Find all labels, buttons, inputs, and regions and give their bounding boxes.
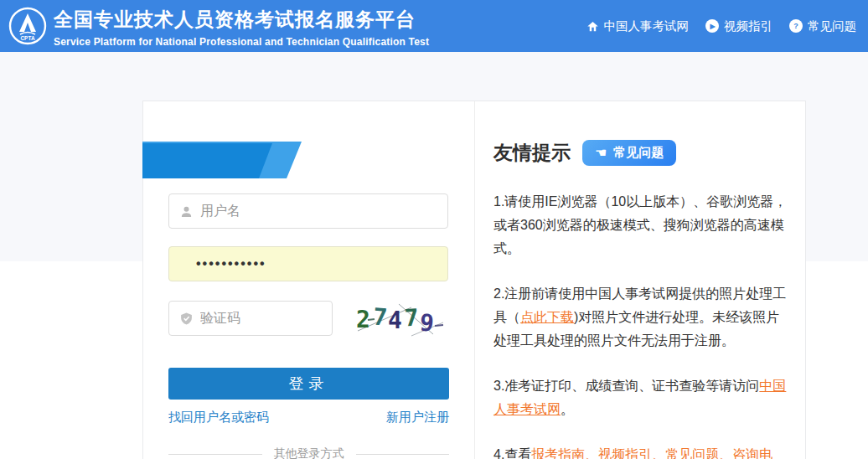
tips-title: 友情提示	[493, 140, 571, 166]
tip-item-2: 2.注册前请使用中国人事考试网提供的照片处理工具（点此下载)对照片文件进行处理。…	[493, 282, 788, 353]
other-login-divider: 其他登录方式	[168, 446, 449, 459]
captcha-digit: 7	[404, 304, 420, 333]
cpta-logo-icon: CPTA	[8, 6, 48, 46]
tip-text: 。	[561, 402, 574, 416]
password-input[interactable]	[196, 256, 447, 271]
username-field[interactable]	[168, 193, 448, 229]
faq-button[interactable]: ☚ 常见问题	[582, 140, 676, 166]
tip-separator: 、	[719, 447, 732, 459]
tip-item-3: 3.准考证打印、成绩查询、证书查验等请访问中国人事考试网。	[493, 374, 788, 421]
captcha-image[interactable]: 2 7 4 7 9	[353, 297, 447, 339]
captcha-digit: 4	[388, 307, 402, 334]
register-link[interactable]: 新用户注册	[386, 410, 449, 425]
tip-separator: 、	[652, 447, 665, 459]
tip-text: 4.查看	[493, 447, 531, 459]
captcha-digit: 9	[419, 308, 436, 337]
home-icon	[586, 20, 599, 33]
tips-header: 友情提示 ☚ 常见问题	[493, 140, 676, 166]
other-login-label: 其他登录方式	[262, 446, 356, 459]
tip-item-4: 4.查看报考指南、视频指引、常见问题、咨询电话。	[493, 443, 788, 459]
nav-link-label: 常见问题	[808, 18, 856, 34]
video-guide-link[interactable]: 视频指引	[598, 447, 652, 459]
nav-link-label: 视频指引	[724, 18, 772, 34]
divider-line	[168, 454, 262, 455]
header-nav: 中国人事考试网 ▶ 视频指引 ? 常见问题	[586, 0, 857, 52]
main-card: 考生登录	[142, 101, 806, 459]
captcha-digit: 7	[372, 302, 388, 331]
login-button[interactable]: 登录	[168, 368, 449, 400]
login-panel-ribbon	[142, 142, 310, 178]
site-title-block: 全国专业技术人员资格考试报名服务平台 Service Platform for …	[54, 7, 429, 48]
captcha-input[interactable]	[200, 311, 332, 326]
nav-link-faq[interactable]: ? 常见问题	[789, 18, 856, 34]
pointing-finger-icon: ☚	[595, 145, 607, 161]
logo-text: CPTA	[20, 35, 35, 41]
faq-button-label: 常见问题	[613, 145, 664, 161]
site-title: 全国专业技术人员资格考试报名服务平台	[54, 7, 429, 33]
nav-link-label: 中国人事考试网	[604, 18, 690, 34]
play-icon: ▶	[705, 19, 719, 33]
nav-link-cpta-site[interactable]: 中国人事考试网	[586, 18, 690, 34]
tips-list: 1.请使用IE浏览器（10以上版本）、谷歌浏览器，或者360浏览器的极速模式、搜…	[493, 190, 788, 459]
panel-divider	[474, 101, 475, 459]
tip-separator: 、	[585, 447, 598, 459]
login-links-row: 找回用户名或密码 新用户注册	[168, 410, 449, 425]
shield-check-icon	[179, 312, 194, 326]
divider-line	[356, 454, 450, 455]
password-field[interactable]	[168, 246, 448, 281]
captcha-field[interactable]	[168, 301, 333, 336]
download-photo-tool-link[interactable]: 点此下载	[520, 310, 574, 324]
nav-link-video-guide[interactable]: ▶ 视频指引	[705, 18, 772, 34]
site-subtitle: Service Platform for National Profession…	[54, 36, 429, 48]
username-input[interactable]	[200, 204, 447, 219]
faq-link[interactable]: 常见问题	[665, 447, 719, 459]
tip-text: 1.请使用IE浏览器（10以上版本）、谷歌浏览器，或者360浏览器的极速模式、搜…	[493, 194, 787, 255]
tip-item-1: 1.请使用IE浏览器（10以上版本）、谷歌浏览器，或者360浏览器的极速模式、搜…	[493, 190, 788, 260]
tip-text: 3.准考证打印、成绩查询、证书查验等请访问	[493, 379, 759, 393]
forgot-credentials-link[interactable]: 找回用户名或密码	[168, 410, 269, 425]
login-panel-title: 考生登录	[167, 109, 247, 132]
question-icon: ?	[789, 19, 803, 33]
user-icon	[179, 204, 194, 219]
top-header-bar: CPTA 全国专业技术人员资格考试报名服务平台 Service Platform…	[0, 0, 868, 52]
page-root: CPTA 全国专业技术人员资格考试报名服务平台 Service Platform…	[0, 0, 868, 459]
exam-guide-link[interactable]: 报考指南	[531, 447, 585, 459]
